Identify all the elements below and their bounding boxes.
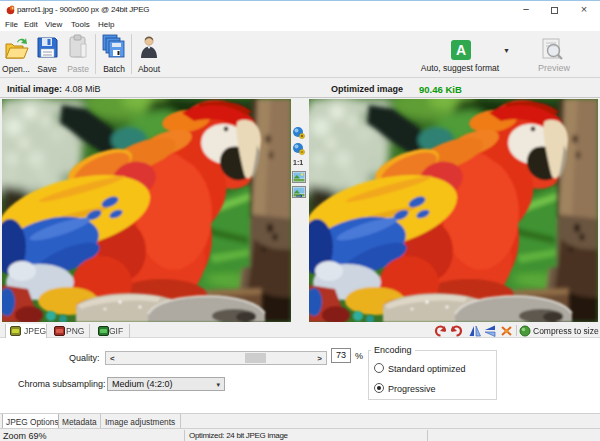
- svg-text:A: A: [456, 42, 466, 58]
